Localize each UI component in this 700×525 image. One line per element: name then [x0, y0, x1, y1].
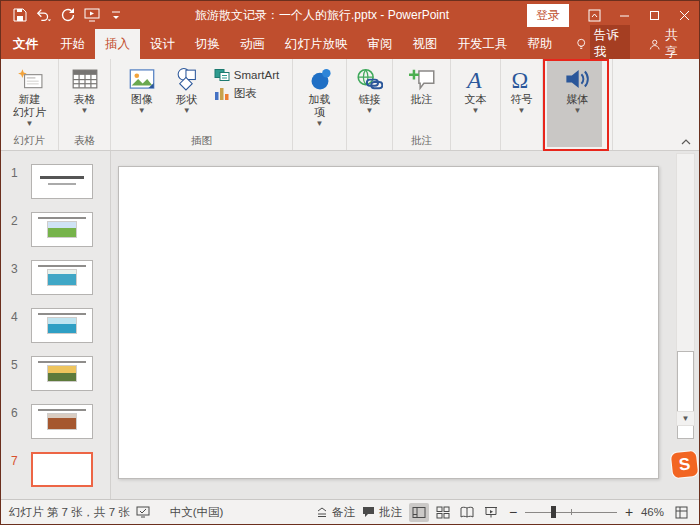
text-button[interactable]: A文本▼ — [454, 61, 498, 133]
symbol-icon: Ω — [509, 67, 535, 91]
zoom-slider-thumb[interactable] — [551, 506, 556, 518]
tab-开发工具[interactable]: 开发工具 — [448, 29, 518, 59]
chart-label: 图表 — [234, 86, 257, 101]
shapes-button[interactable]: 形状▼ — [165, 61, 209, 133]
addins-label: 加载 — [309, 93, 331, 106]
symbol-button[interactable]: Ω符号▼ — [501, 61, 542, 133]
tell-me-box[interactable]: 告诉我 — [569, 29, 638, 59]
zoom-out-button[interactable]: − — [508, 504, 518, 520]
table-icon — [72, 67, 98, 91]
slide-counter: 幻灯片 第 7 张，共 7 张 — [9, 505, 130, 520]
slide-thumbnail-row: 6 — [1, 404, 110, 439]
images-button[interactable]: 图像▼ — [120, 61, 164, 133]
view-slideshow-button[interactable] — [481, 503, 501, 522]
start-slideshow-button[interactable] — [81, 4, 103, 26]
smartart-icon — [214, 67, 230, 82]
view-slideshow-icon — [484, 506, 498, 519]
ribbon-group-label: 批注 — [393, 133, 450, 150]
thumb-text-line — [38, 265, 86, 267]
slide-thumbnail-5[interactable] — [31, 356, 93, 391]
table-label: 表格 — [74, 93, 96, 106]
view-normal-button[interactable] — [409, 503, 429, 522]
slide-thumbnail-3[interactable] — [31, 260, 93, 295]
dropdown-arrow-icon: ▼ — [472, 107, 480, 115]
tab-幻灯片放映[interactable]: 幻灯片放映 — [275, 29, 358, 59]
lightbulb-icon — [576, 37, 586, 52]
svg-text:Ω: Ω — [511, 68, 528, 91]
tab-动画[interactable]: 动画 — [230, 29, 275, 59]
scrollbar-column: ▲ ▼ S — [671, 151, 699, 499]
zoom-slider[interactable] — [525, 505, 617, 519]
customize-qat-button[interactable] — [105, 4, 127, 26]
tab-帮助[interactable]: 帮助 — [518, 29, 563, 59]
view-reading-button[interactable] — [457, 503, 477, 522]
zoom-in-button[interactable]: + — [624, 504, 634, 520]
addins-label: 项 — [314, 106, 325, 119]
tab-开始[interactable]: 开始 — [50, 29, 95, 59]
ribbon-group-buttons: 表格▼ — [59, 59, 110, 133]
table-button[interactable]: 表格▼ — [63, 61, 107, 133]
tab-设计[interactable]: 设计 — [140, 29, 185, 59]
view-sorter-icon — [436, 506, 450, 519]
collapse-ribbon-button[interactable] — [679, 135, 693, 147]
notes-button[interactable]: 备注 — [316, 505, 355, 520]
zoom-level[interactable]: 46% — [641, 506, 664, 518]
scroll-down-button[interactable]: ▼ — [676, 411, 695, 426]
comment-label: 批注 — [411, 93, 433, 106]
tab-切换[interactable]: 切换 — [185, 29, 230, 59]
comment-button[interactable]: 批注 — [400, 61, 444, 133]
tab-插入[interactable]: 插入 — [95, 29, 140, 59]
ribbon-group: 链接▼ — [347, 59, 393, 150]
snagit-watermark-logo: S — [671, 451, 698, 478]
tell-me-label: 告诉我 — [590, 25, 631, 63]
save-button[interactable] — [9, 4, 31, 26]
current-slide-canvas[interactable] — [118, 166, 659, 479]
images-icon — [129, 67, 155, 91]
link-button[interactable]: 链接▼ — [348, 61, 392, 133]
slide-thumbnail-row: 2 — [1, 212, 110, 247]
workspace: 1234567 ▲ ▼ S — [1, 151, 699, 499]
shapes-icon — [174, 67, 200, 91]
view-sorter-button[interactable] — [433, 503, 453, 522]
ribbon-group: Ω符号▼ — [501, 59, 543, 150]
maximize-button[interactable] — [639, 1, 669, 29]
ribbon-group: 媒体▼ — [543, 59, 613, 150]
slide-thumbnail-4[interactable] — [31, 308, 93, 343]
customize-qat-icon — [110, 9, 122, 21]
slide-thumbnail-2[interactable] — [31, 212, 93, 247]
sign-in-button[interactable]: 登录 — [527, 4, 569, 27]
ribbon-group-幻灯片: 新建幻灯片▼幻灯片 — [1, 59, 59, 150]
redo-button[interactable] — [57, 4, 79, 26]
slide-thumbnail-row: 3 — [1, 260, 110, 295]
ribbon-group-插图: 图像▼形状▼SmartArt图表插图 — [111, 59, 293, 150]
window-title: 旅游散文记录：一个人的旅行.pptx - PowerPoint — [127, 7, 517, 24]
slide-editing-area — [111, 151, 671, 499]
chart-button[interactable]: 图表 — [214, 86, 279, 101]
slide-thumbnail-1[interactable] — [31, 164, 93, 199]
tab-文件[interactable]: 文件 — [1, 29, 50, 59]
slide-thumbnail-7[interactable] — [31, 452, 93, 487]
fit-slide-to-window-button[interactable] — [671, 503, 691, 522]
slide-number: 6 — [1, 404, 31, 439]
thumb-text-line — [38, 409, 86, 411]
ribbon-group-label — [347, 133, 392, 150]
share-button[interactable]: 共享 — [637, 29, 699, 59]
tab-审阅[interactable]: 审阅 — [358, 29, 403, 59]
comments-button[interactable]: 批注 — [362, 505, 402, 520]
addins-button[interactable]: 加载项▼ — [298, 61, 342, 133]
smartart-button[interactable]: SmartArt — [214, 67, 279, 82]
ribbon-group-buttons: 图像▼形状▼SmartArt图表 — [111, 59, 292, 133]
close-button[interactable] — [669, 1, 699, 29]
dropdown-arrow-icon: ▼ — [574, 107, 582, 115]
slide-thumbnail-row: 4 — [1, 308, 110, 343]
language-indicator[interactable]: 中文(中国) — [170, 505, 224, 520]
slide-thumbnail-6[interactable] — [31, 404, 93, 439]
slide-thumbnail-row: 1 — [1, 164, 110, 199]
ribbon-stack-column: SmartArt图表 — [210, 61, 283, 133]
new-slide-button[interactable]: 新建幻灯片▼ — [3, 61, 57, 133]
slide-number: 5 — [1, 356, 31, 391]
display-settings-button[interactable] — [136, 506, 150, 518]
media-button[interactable]: 媒体▼ — [550, 61, 606, 133]
undo-button[interactable] — [33, 4, 55, 26]
tab-视图[interactable]: 视图 — [403, 29, 448, 59]
